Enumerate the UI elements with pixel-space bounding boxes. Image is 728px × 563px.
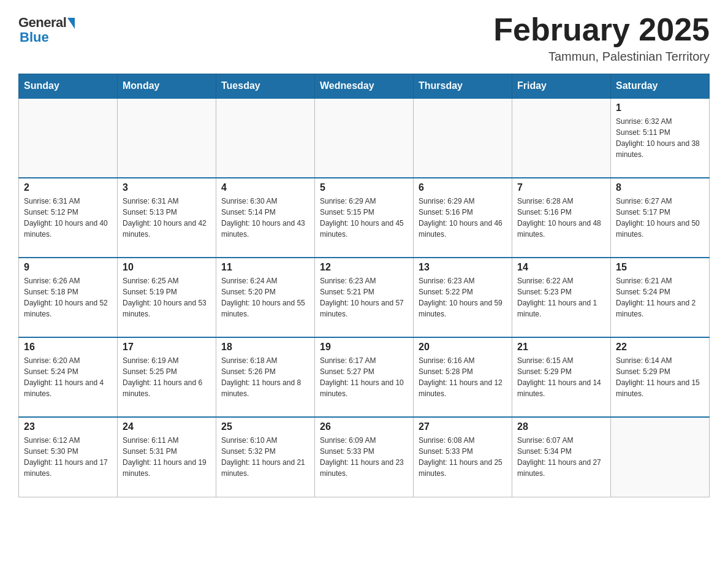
day-info: Sunrise: 6:16 AMSunset: 5:28 PMDaylight:… [419,355,507,399]
day-info: Sunrise: 6:17 AMSunset: 5:27 PMDaylight:… [320,355,408,399]
calendar-cell: 3Sunrise: 6:31 AMSunset: 5:13 PMDaylight… [118,178,216,258]
day-info: Sunrise: 6:32 AMSunset: 5:11 PMDaylight:… [616,116,704,160]
day-info: Sunrise: 6:08 AMSunset: 5:33 PMDaylight:… [419,435,507,479]
logo-blue-text: Blue [18,29,49,45]
calendar-cell: 11Sunrise: 6:24 AMSunset: 5:20 PMDayligh… [216,258,315,337]
day-info: Sunrise: 6:12 AMSunset: 5:30 PMDaylight:… [24,435,112,479]
day-number: 20 [419,342,507,353]
day-number: 8 [616,182,704,193]
day-info: Sunrise: 6:10 AMSunset: 5:32 PMDaylight:… [221,435,309,479]
day-info: Sunrise: 6:27 AMSunset: 5:17 PMDaylight:… [616,196,704,240]
day-number: 9 [24,262,112,273]
calendar-cell: 26Sunrise: 6:09 AMSunset: 5:33 PMDayligh… [315,417,414,497]
day-number: 19 [320,342,408,353]
weekday-header-monday: Monday [118,74,216,99]
weekday-header-thursday: Thursday [414,74,512,99]
page-header: General Blue February 2025 Tammun, Pales… [18,12,710,64]
calendar-cell [19,98,118,178]
day-number: 10 [123,262,211,273]
calendar-cell: 17Sunrise: 6:19 AMSunset: 5:25 PMDayligh… [118,337,216,417]
day-info: Sunrise: 6:22 AMSunset: 5:23 PMDaylight:… [517,275,605,320]
calendar-cell: 28Sunrise: 6:07 AMSunset: 5:34 PMDayligh… [512,417,611,497]
week-row-2: 2Sunrise: 6:31 AMSunset: 5:12 PMDaylight… [19,178,710,258]
day-info: Sunrise: 6:09 AMSunset: 5:33 PMDaylight:… [320,435,408,479]
day-number: 16 [24,342,112,353]
calendar-cell: 27Sunrise: 6:08 AMSunset: 5:33 PMDayligh… [414,417,512,497]
day-number: 1 [616,102,704,113]
calendar-cell: 12Sunrise: 6:23 AMSunset: 5:21 PMDayligh… [315,258,414,337]
day-info: Sunrise: 6:15 AMSunset: 5:29 PMDaylight:… [517,355,605,399]
day-info: Sunrise: 6:25 AMSunset: 5:19 PMDaylight:… [123,275,211,320]
day-number: 14 [517,262,605,273]
day-number: 4 [221,182,309,193]
day-info: Sunrise: 6:26 AMSunset: 5:18 PMDaylight:… [24,275,112,320]
location-title: Tammun, Palestinian Territory [493,50,710,64]
calendar-cell [512,98,611,178]
weekday-header-saturday: Saturday [611,74,710,99]
day-info: Sunrise: 6:29 AMSunset: 5:16 PMDaylight:… [419,196,507,240]
week-row-4: 16Sunrise: 6:20 AMSunset: 5:24 PMDayligh… [19,337,710,417]
day-number: 5 [320,182,408,193]
calendar-cell [611,417,710,497]
calendar-cell: 2Sunrise: 6:31 AMSunset: 5:12 PMDaylight… [19,178,118,258]
day-info: Sunrise: 6:28 AMSunset: 5:16 PMDaylight:… [517,196,605,240]
title-section: February 2025 Tammun, Palestinian Territ… [493,12,710,64]
day-info: Sunrise: 6:23 AMSunset: 5:21 PMDaylight:… [320,275,408,320]
weekday-header-wednesday: Wednesday [315,74,414,99]
day-number: 22 [616,342,704,353]
day-number: 7 [517,182,605,193]
calendar-cell: 8Sunrise: 6:27 AMSunset: 5:17 PMDaylight… [611,178,710,258]
calendar-cell: 1Sunrise: 6:32 AMSunset: 5:11 PMDaylight… [611,98,710,178]
day-info: Sunrise: 6:31 AMSunset: 5:12 PMDaylight:… [24,196,112,240]
day-number: 13 [419,262,507,273]
weekday-header-tuesday: Tuesday [216,74,315,99]
calendar-cell [414,98,512,178]
day-number: 15 [616,262,704,273]
day-number: 28 [517,421,605,432]
month-title: February 2025 [493,12,710,47]
calendar-cell: 18Sunrise: 6:18 AMSunset: 5:26 PMDayligh… [216,337,315,417]
day-number: 3 [123,182,211,193]
week-row-5: 23Sunrise: 6:12 AMSunset: 5:30 PMDayligh… [19,417,710,497]
logo-triangle-icon [67,18,75,29]
calendar-cell: 6Sunrise: 6:29 AMSunset: 5:16 PMDaylight… [414,178,512,258]
day-number: 21 [517,342,605,353]
day-number: 17 [123,342,211,353]
calendar-cell: 4Sunrise: 6:30 AMSunset: 5:14 PMDaylight… [216,178,315,258]
week-row-3: 9Sunrise: 6:26 AMSunset: 5:18 PMDaylight… [19,258,710,337]
day-number: 23 [24,421,112,432]
day-number: 11 [221,262,309,273]
day-number: 27 [419,421,507,432]
day-number: 18 [221,342,309,353]
calendar-cell: 9Sunrise: 6:26 AMSunset: 5:18 PMDaylight… [19,258,118,337]
logo: General Blue [18,12,75,45]
calendar-cell: 25Sunrise: 6:10 AMSunset: 5:32 PMDayligh… [216,417,315,497]
day-info: Sunrise: 6:30 AMSunset: 5:14 PMDaylight:… [221,196,309,240]
calendar-cell: 7Sunrise: 6:28 AMSunset: 5:16 PMDaylight… [512,178,611,258]
calendar-cell: 15Sunrise: 6:21 AMSunset: 5:24 PMDayligh… [611,258,710,337]
day-info: Sunrise: 6:11 AMSunset: 5:31 PMDaylight:… [123,435,211,479]
day-info: Sunrise: 6:18 AMSunset: 5:26 PMDaylight:… [221,355,309,399]
day-info: Sunrise: 6:20 AMSunset: 5:24 PMDaylight:… [24,355,112,399]
weekday-header-sunday: Sunday [19,74,118,99]
calendar-cell: 20Sunrise: 6:16 AMSunset: 5:28 PMDayligh… [414,337,512,417]
calendar-table: SundayMondayTuesdayWednesdayThursdayFrid… [18,74,710,497]
day-number: 24 [123,421,211,432]
calendar-cell: 14Sunrise: 6:22 AMSunset: 5:23 PMDayligh… [512,258,611,337]
day-info: Sunrise: 6:07 AMSunset: 5:34 PMDaylight:… [517,435,605,479]
logo-general-text: General [18,15,66,31]
calendar-cell: 22Sunrise: 6:14 AMSunset: 5:29 PMDayligh… [611,337,710,417]
day-number: 6 [419,182,507,193]
day-number: 2 [24,182,112,193]
day-info: Sunrise: 6:29 AMSunset: 5:15 PMDaylight:… [320,196,408,240]
calendar-cell: 10Sunrise: 6:25 AMSunset: 5:19 PMDayligh… [118,258,216,337]
calendar-cell [216,98,315,178]
day-info: Sunrise: 6:23 AMSunset: 5:22 PMDaylight:… [419,275,507,320]
day-info: Sunrise: 6:19 AMSunset: 5:25 PMDaylight:… [123,355,211,399]
day-number: 25 [221,421,309,432]
calendar-cell: 19Sunrise: 6:17 AMSunset: 5:27 PMDayligh… [315,337,414,417]
day-info: Sunrise: 6:21 AMSunset: 5:24 PMDaylight:… [616,275,704,320]
calendar-cell: 16Sunrise: 6:20 AMSunset: 5:24 PMDayligh… [19,337,118,417]
day-info: Sunrise: 6:14 AMSunset: 5:29 PMDaylight:… [616,355,704,399]
calendar-cell [315,98,414,178]
